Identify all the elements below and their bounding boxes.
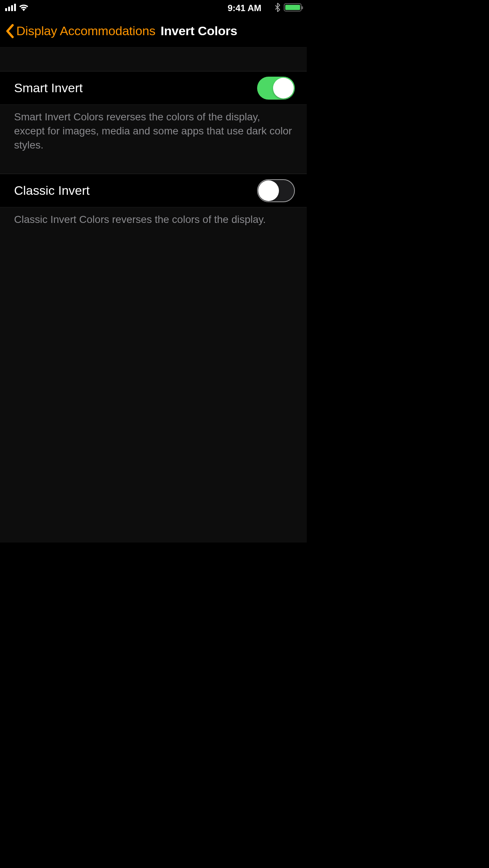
bluetooth-icon [275,3,280,12]
status-bar: 9:41 AM [0,0,307,15]
battery-icon [284,3,302,11]
classic-invert-footer: Classic Invert Colors reverses the color… [0,207,307,238]
classic-invert-toggle[interactable] [257,179,295,202]
back-chevron-icon[interactable] [5,24,14,39]
classic-invert-row[interactable]: Classic Invert [0,174,307,207]
smart-invert-row[interactable]: Smart Invert [0,71,307,105]
cellular-signal-icon [5,4,16,11]
back-button-label[interactable]: Display Accommodations [16,24,155,38]
settings-content: Smart Invert Smart Invert Colors reverse… [0,47,307,542]
navigation-bar: Display Accommodations Invert Colors [0,15,307,47]
smart-invert-footer: Smart Invert Colors reverses the colors … [0,105,307,163]
smart-invert-toggle[interactable] [257,77,295,100]
smart-invert-label: Smart Invert [14,81,83,95]
page-title: Invert Colors [160,24,237,38]
classic-invert-label: Classic Invert [14,183,90,198]
status-time: 9:41 AM [227,3,261,13]
wifi-icon [19,4,29,11]
